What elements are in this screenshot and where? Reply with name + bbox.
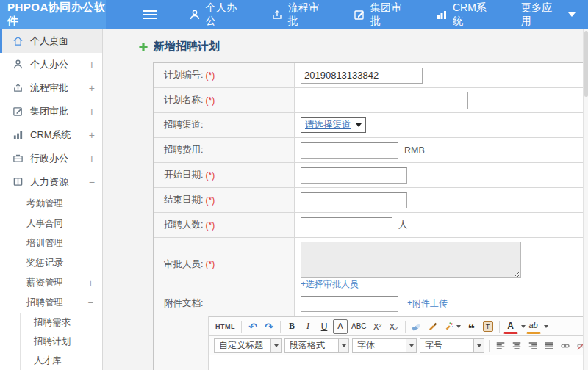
font-family-select[interactable]: 字体 bbox=[352, 338, 417, 353]
expand-plus-icon[interactable]: + bbox=[89, 153, 95, 164]
plan-name-input[interactable] bbox=[301, 92, 468, 109]
flow-icon bbox=[271, 9, 283, 21]
collapse-minus-icon[interactable]: − bbox=[89, 176, 95, 188]
app-logo[interactable]: PHPOA协同办公软件 bbox=[0, 0, 106, 29]
form-row-cost: 招聘费用: RMB bbox=[154, 138, 588, 163]
sidebar-item-admin-office[interactable]: 行政办公 + bbox=[0, 147, 102, 170]
top-navigation: 个人办公 流程审批 集团审批 CRM系统 更多应用 bbox=[176, 1, 588, 28]
align-justify-icon[interactable] bbox=[542, 338, 556, 353]
subscript-button[interactable]: X₂ bbox=[387, 319, 401, 334]
expand-plus-icon[interactable]: + bbox=[89, 82, 95, 94]
sidebar-item-label: 流程审批 bbox=[30, 81, 89, 95]
sidebar-item-desktop[interactable]: 个人桌面 bbox=[0, 29, 102, 53]
nav-label: 流程审批 bbox=[288, 1, 329, 28]
edit-icon bbox=[354, 9, 365, 21]
sidebar-item-crm[interactable]: CRM系统 + bbox=[0, 123, 102, 147]
bar-chart-icon bbox=[12, 129, 24, 141]
field-label: 附件文档: bbox=[154, 291, 295, 316]
form-row-end-date: 结束日期: (*) bbox=[154, 188, 588, 213]
form-row-headcount: 招聘人数: (*) 人 bbox=[154, 213, 588, 238]
undo-icon[interactable]: ↶ bbox=[245, 319, 260, 334]
html-source-button[interactable]: HTML bbox=[213, 319, 237, 334]
redo-icon[interactable]: ↷ bbox=[262, 319, 276, 334]
headcount-input[interactable] bbox=[301, 217, 392, 233]
paragraph-format-select[interactable]: 段落格式 bbox=[284, 338, 349, 353]
menu-toggle-icon[interactable] bbox=[143, 8, 157, 21]
sidebar-item-hr[interactable]: 人力资源 − bbox=[0, 170, 102, 194]
field-label: 招聘渠道: bbox=[154, 113, 295, 137]
caret-down-icon bbox=[356, 123, 362, 127]
nav-group-approval[interactable]: 集团审批 bbox=[354, 1, 411, 28]
expand-plus-icon[interactable]: + bbox=[87, 278, 93, 289]
field-label-empty bbox=[154, 316, 209, 370]
sidebar-subitem-rewards[interactable]: 奖惩记录 bbox=[0, 253, 102, 273]
paste-icon[interactable]: T bbox=[481, 319, 495, 334]
required-marker: (*) bbox=[205, 195, 215, 206]
user-icon bbox=[189, 9, 201, 21]
channel-select[interactable]: 请选择渠道 bbox=[301, 117, 366, 133]
nav-personal-office[interactable]: 个人办公 bbox=[189, 1, 246, 28]
font-size-select[interactable]: 字号 bbox=[420, 338, 484, 353]
plan-number-input[interactable] bbox=[301, 68, 423, 84]
editor-toolbar-row1: HTML ↶ ↷ B I U A ABC X² X₂ bbox=[209, 317, 588, 336]
flow-icon bbox=[12, 82, 24, 94]
nav-crm-system[interactable]: CRM系统 bbox=[436, 1, 496, 28]
sidebar-item-personal-office[interactable]: 个人办公 + bbox=[0, 53, 102, 76]
italic-button[interactable]: I bbox=[301, 319, 315, 334]
auto-typeset-icon[interactable] bbox=[442, 319, 463, 334]
align-left-icon[interactable] bbox=[493, 338, 508, 353]
add-plus-icon bbox=[138, 42, 148, 52]
collapse-minus-icon[interactable]: − bbox=[87, 297, 93, 308]
underline-button[interactable]: U bbox=[317, 319, 331, 334]
nav-workflow-approval[interactable]: 流程审批 bbox=[271, 1, 329, 28]
attachment-upload-link[interactable]: +附件上传 bbox=[407, 297, 448, 310]
expand-plus-icon[interactable]: + bbox=[89, 129, 95, 141]
strikethrough-button[interactable]: ABC bbox=[349, 319, 369, 334]
select-approvers-link[interactable]: +选择审批人员 bbox=[301, 278, 359, 291]
end-date-input[interactable] bbox=[301, 192, 407, 208]
sidebar-subitem-recruit-plan[interactable]: 招聘计划 bbox=[21, 332, 102, 351]
format-painter-icon[interactable] bbox=[426, 319, 440, 334]
editor-content-area[interactable] bbox=[209, 355, 588, 370]
scrollbar-thumb[interactable] bbox=[584, 31, 588, 97]
sidebar-subitem-recruit-mgmt[interactable]: 招聘管理 − bbox=[0, 293, 102, 313]
caret-down-icon bbox=[544, 325, 548, 328]
sidebar-subitem-salary[interactable]: 薪资管理 + bbox=[0, 273, 102, 293]
sidebar-item-workflow-approval[interactable]: 流程审批 + bbox=[0, 76, 102, 100]
caret-down-icon bbox=[568, 12, 576, 17]
vertical-scrollbar[interactable] bbox=[583, 29, 588, 370]
sidebar-subitem-talent-pool[interactable]: 人才库 bbox=[21, 351, 102, 370]
cost-input[interactable] bbox=[301, 142, 398, 159]
page-title: 新增招聘计划 bbox=[103, 29, 584, 62]
blockquote-button[interactable]: ❝ bbox=[465, 319, 479, 334]
heading-select[interactable]: 自定义标题 bbox=[214, 338, 282, 353]
sidebar-subitem-recruit-demand[interactable]: 招聘需求 bbox=[21, 313, 102, 332]
char-border-button[interactable]: A bbox=[333, 319, 348, 334]
user-icon bbox=[12, 59, 24, 70]
field-label: 审批人员: (*) bbox=[154, 238, 295, 291]
main-content: 新增招聘计划 计划编号: (*) 计划名称: (*) bbox=[103, 29, 588, 370]
sidebar-item-group-approval[interactable]: 集团审批 + bbox=[0, 100, 102, 123]
approvers-textarea[interactable] bbox=[301, 242, 521, 278]
attachment-input[interactable] bbox=[301, 296, 398, 312]
align-center-icon[interactable] bbox=[509, 338, 524, 353]
font-color-button[interactable]: A bbox=[503, 319, 518, 334]
superscript-button[interactable]: X² bbox=[370, 319, 385, 334]
form-row-approvers: 审批人员: (*) +选择审批人员 bbox=[154, 238, 588, 291]
nav-more-apps[interactable]: 更多应用 bbox=[521, 1, 576, 28]
required-marker: (*) bbox=[205, 220, 215, 231]
caret-down-icon bbox=[456, 325, 461, 328]
align-right-icon[interactable] bbox=[526, 338, 540, 353]
nav-label: CRM系统 bbox=[453, 1, 496, 28]
expand-plus-icon[interactable]: + bbox=[89, 59, 95, 70]
highlight-color-button[interactable]: ab bbox=[526, 319, 541, 334]
remove-format-icon[interactable] bbox=[409, 319, 424, 334]
start-date-input[interactable] bbox=[301, 167, 407, 184]
link-icon[interactable] bbox=[558, 338, 573, 353]
sidebar-subitem-attendance[interactable]: 考勤管理 bbox=[0, 194, 102, 214]
sidebar-subitem-training[interactable]: 培训管理 bbox=[0, 233, 102, 253]
sidebar-subitem-hr-contract[interactable]: 人事合同 bbox=[0, 214, 102, 233]
caret-down-icon bbox=[270, 339, 281, 352]
expand-plus-icon[interactable]: + bbox=[89, 106, 95, 117]
bold-button[interactable]: B bbox=[284, 319, 299, 334]
